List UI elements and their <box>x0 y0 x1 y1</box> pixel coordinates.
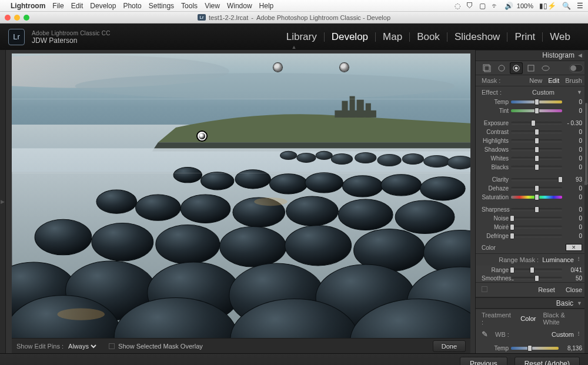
slider-thumb[interactable] <box>534 185 539 192</box>
slider-track[interactable] <box>511 208 562 211</box>
slider-noise[interactable]: Noise0 <box>476 214 588 223</box>
window-minimize-button[interactable] <box>14 15 20 21</box>
status-display-icon[interactable]: ▢ <box>479 2 486 10</box>
slider-track[interactable] <box>511 217 562 220</box>
mask-brush[interactable]: Brush <box>565 77 582 84</box>
slider-thumb[interactable] <box>534 99 539 105</box>
wb-value[interactable]: Custom <box>552 331 574 338</box>
slider-track[interactable] <box>511 347 559 350</box>
status-controlcenter-icon[interactable]: ☰ <box>577 2 583 10</box>
slider-track[interactable] <box>511 148 562 151</box>
slider-thumb[interactable] <box>534 129 539 135</box>
menu-help[interactable]: Help <box>259 2 274 10</box>
app-menu[interactable]: Lightroom <box>11 2 45 10</box>
slider-smoothness[interactable]: Smoothness 50 <box>476 274 588 282</box>
slider-track[interactable] <box>511 139 562 142</box>
slider-tint[interactable]: Tint0 <box>476 106 588 115</box>
panel-checkbox[interactable] <box>482 286 487 292</box>
done-button[interactable]: Done <box>433 340 466 352</box>
menu-window[interactable]: Window <box>227 2 252 10</box>
left-panel-collapsed[interactable]: ▶ <box>0 50 6 353</box>
slider-thumb-lo[interactable] <box>510 267 514 273</box>
slider-thumb[interactable] <box>534 138 539 144</box>
window-zoom-button[interactable] <box>24 15 29 21</box>
slider-track[interactable] <box>511 166 562 169</box>
status-spotlight-icon[interactable]: 🔍 <box>562 2 571 10</box>
identity-plate[interactable]: JDW Paterson <box>32 37 111 44</box>
edit-pin[interactable] <box>273 63 282 72</box>
edit-pin-selected[interactable] <box>198 132 206 140</box>
slider-range[interactable]: Range 0/41 <box>476 266 588 274</box>
slider-clarity[interactable]: Clarity93 <box>476 175 588 184</box>
menu-view[interactable]: View <box>205 2 220 10</box>
menu-tools[interactable]: Tools <box>181 2 198 10</box>
menu-develop[interactable]: Develop <box>90 2 116 10</box>
color-swatch[interactable]: ✕ <box>566 244 582 251</box>
effect-row[interactable]: Effect : Custom ▼ <box>476 86 588 98</box>
panel-toggle-switch[interactable] <box>569 64 583 72</box>
mask-overlay-checkbox[interactable] <box>109 343 115 349</box>
module-book[interactable]: Book <box>410 31 447 43</box>
histogram-panel-header[interactable]: Histogram◀ <box>476 50 588 61</box>
slider-track[interactable] <box>511 226 562 229</box>
slider-track[interactable] <box>511 157 562 160</box>
right-panel-expand-handle[interactable]: ▶ <box>584 180 588 186</box>
eyedropper-icon[interactable]: ✎ <box>482 330 488 339</box>
slider-track[interactable] <box>511 269 562 272</box>
slider-highlights[interactable]: Highlights0 <box>476 136 588 145</box>
status-battery-icon[interactable]: ▮▯⚡ <box>539 2 556 10</box>
module-map[interactable]: Map <box>376 31 409 43</box>
slider-track[interactable] <box>511 187 562 190</box>
spot-removal-tool-icon[interactable] <box>495 62 508 74</box>
slider-track[interactable] <box>511 235 562 237</box>
slider-thumb[interactable] <box>534 206 539 213</box>
slider-track[interactable] <box>511 277 562 280</box>
slider-thumb[interactable] <box>527 345 532 351</box>
module-library[interactable]: Library <box>279 31 324 43</box>
slider-track[interactable] <box>511 109 562 112</box>
slider-thumb[interactable] <box>510 215 514 222</box>
status-volume-icon[interactable]: 🔊 <box>505 2 513 10</box>
crop-tool-icon[interactable] <box>480 62 493 74</box>
slider-thumb[interactable] <box>531 120 536 126</box>
status-wifi-icon[interactable]: ᯤ <box>492 2 499 10</box>
slider-thumb[interactable] <box>534 155 539 162</box>
status-cloud-icon[interactable]: ◌ <box>455 2 460 10</box>
close-button[interactable]: Close <box>566 286 582 293</box>
slider-thumb-hi[interactable] <box>530 267 534 273</box>
slider-moire[interactable]: Moiré0 <box>476 223 588 232</box>
slider-track[interactable] <box>511 196 562 199</box>
reset-button[interactable]: Reset <box>538 286 555 293</box>
previous-button[interactable]: Previous <box>460 357 507 366</box>
slider-thumb[interactable] <box>534 194 539 200</box>
scrollbar-thumb[interactable] <box>585 103 587 185</box>
basic-panel-header[interactable]: Basic▼ <box>476 297 588 309</box>
radial-filter-tool-icon[interactable] <box>524 62 537 74</box>
window-close-button[interactable] <box>5 15 11 21</box>
graduated-filter-tool-icon[interactable] <box>510 62 523 74</box>
slider-track[interactable] <box>511 122 562 125</box>
slider-track[interactable] <box>511 101 562 103</box>
slider-saturation[interactable]: Saturation0 <box>476 193 588 202</box>
range-mask-row[interactable]: Range Mask : Luminance ⠇ <box>476 254 588 266</box>
mask-edit[interactable]: Edit <box>548 77 559 84</box>
slider-track[interactable] <box>511 178 562 181</box>
menu-edit[interactable]: Edit <box>71 2 83 10</box>
show-edit-pins-select[interactable]: Always <box>66 342 98 350</box>
slider-dehaze[interactable]: Dehaze0 <box>476 184 588 193</box>
slider-sharpness[interactable]: Sharpness0 <box>476 205 588 214</box>
photo-canvas[interactable] <box>12 53 470 338</box>
module-slideshow[interactable]: Slideshow <box>447 31 507 43</box>
slider-defringe[interactable]: Defringe0 <box>476 232 588 240</box>
slider-thumb[interactable] <box>534 275 539 282</box>
slider-thumb[interactable] <box>510 233 514 239</box>
slider-basic-temp[interactable]: Temp 8,136 <box>476 343 588 353</box>
slider-exposure[interactable]: Exposure- 0.30 <box>476 119 588 128</box>
mask-new[interactable]: New <box>529 77 542 84</box>
slider-track[interactable] <box>511 130 562 133</box>
slider-blacks[interactable]: Blacks0 <box>476 163 588 172</box>
slider-thumb[interactable] <box>558 176 563 183</box>
slider-thumb[interactable] <box>534 164 539 170</box>
slider-thumb[interactable] <box>510 224 514 230</box>
slider-temp[interactable]: Temp0 <box>476 98 588 106</box>
